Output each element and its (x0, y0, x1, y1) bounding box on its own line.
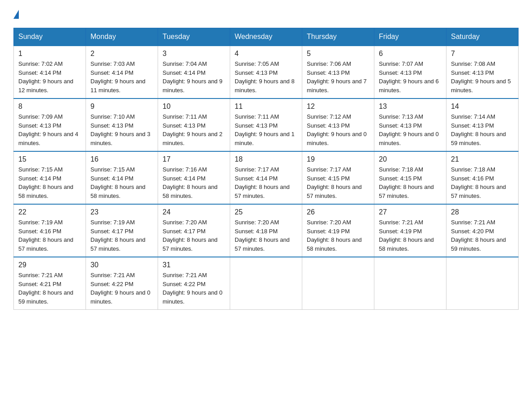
calendar-week-row: 1 Sunrise: 7:02 AMSunset: 4:14 PMDayligh… (14, 46, 519, 98)
calendar-cell: 10 Sunrise: 7:11 AMSunset: 4:13 PMDaylig… (158, 98, 230, 151)
calendar-week-row: 22 Sunrise: 7:19 AMSunset: 4:16 PMDaylig… (14, 204, 519, 257)
calendar-cell: 15 Sunrise: 7:15 AMSunset: 4:14 PMDaylig… (14, 151, 86, 204)
day-number: 16 (90, 155, 153, 163)
header-monday: Monday (86, 28, 158, 46)
calendar-week-row: 8 Sunrise: 7:09 AMSunset: 4:13 PMDayligh… (14, 98, 519, 151)
calendar-cell (230, 257, 302, 310)
day-info: Sunrise: 7:11 AMSunset: 4:13 PMDaylight:… (235, 113, 295, 146)
day-number: 29 (18, 261, 81, 269)
calendar-cell: 26 Sunrise: 7:20 AMSunset: 4:19 PMDaylig… (302, 204, 374, 257)
calendar-cell: 4 Sunrise: 7:05 AMSunset: 4:13 PMDayligh… (230, 46, 302, 98)
day-info: Sunrise: 7:19 AMSunset: 4:17 PMDaylight:… (90, 219, 146, 252)
logo (13, 9, 19, 19)
calendar-cell: 9 Sunrise: 7:10 AMSunset: 4:13 PMDayligh… (86, 98, 158, 151)
day-info: Sunrise: 7:13 AMSunset: 4:13 PMDaylight:… (379, 113, 439, 146)
day-info: Sunrise: 7:16 AMSunset: 4:14 PMDaylight:… (163, 166, 218, 199)
day-info: Sunrise: 7:14 AMSunset: 4:13 PMDaylight:… (451, 113, 506, 146)
header-sunday: Sunday (14, 28, 86, 46)
day-info: Sunrise: 7:19 AMSunset: 4:16 PMDaylight:… (18, 219, 73, 252)
day-number: 28 (451, 208, 514, 216)
calendar-cell (302, 257, 374, 310)
day-info: Sunrise: 7:20 AMSunset: 4:19 PMDaylight:… (307, 219, 362, 252)
calendar-header-row: SundayMondayTuesdayWednesdayThursdayFrid… (14, 28, 519, 46)
day-number: 21 (451, 155, 514, 163)
day-number: 14 (451, 103, 514, 111)
day-info: Sunrise: 7:06 AMSunset: 4:13 PMDaylight:… (307, 60, 367, 94)
calendar-cell: 5 Sunrise: 7:06 AMSunset: 4:13 PMDayligh… (302, 46, 374, 98)
calendar-cell: 14 Sunrise: 7:14 AMSunset: 4:13 PMDaylig… (446, 98, 519, 151)
calendar-cell: 12 Sunrise: 7:12 AMSunset: 4:13 PMDaylig… (302, 98, 374, 151)
day-number: 3 (163, 50, 225, 58)
day-number: 4 (235, 50, 297, 58)
calendar-cell: 18 Sunrise: 7:17 AMSunset: 4:14 PMDaylig… (230, 151, 302, 204)
calendar-cell: 1 Sunrise: 7:02 AMSunset: 4:14 PMDayligh… (14, 46, 86, 98)
day-number: 18 (235, 155, 297, 163)
calendar-cell: 20 Sunrise: 7:18 AMSunset: 4:15 PMDaylig… (374, 151, 446, 204)
calendar-cell: 17 Sunrise: 7:16 AMSunset: 4:14 PMDaylig… (158, 151, 230, 204)
day-number: 12 (307, 103, 369, 111)
calendar-week-row: 29 Sunrise: 7:21 AMSunset: 4:21 PMDaylig… (14, 257, 519, 310)
calendar-cell: 30 Sunrise: 7:21 AMSunset: 4:22 PMDaylig… (86, 257, 158, 310)
day-number: 20 (379, 155, 442, 163)
day-number: 27 (379, 208, 442, 216)
day-info: Sunrise: 7:18 AMSunset: 4:16 PMDaylight:… (451, 166, 506, 199)
day-number: 6 (379, 50, 442, 58)
day-info: Sunrise: 7:08 AMSunset: 4:13 PMDaylight:… (451, 60, 511, 94)
day-info: Sunrise: 7:04 AMSunset: 4:14 PMDaylight:… (163, 60, 223, 94)
day-number: 31 (163, 261, 225, 269)
day-number: 22 (18, 208, 81, 216)
day-info: Sunrise: 7:20 AMSunset: 4:18 PMDaylight:… (235, 219, 290, 252)
calendar-cell (374, 257, 446, 310)
day-info: Sunrise: 7:21 AMSunset: 4:21 PMDaylight:… (18, 272, 73, 305)
calendar-cell: 21 Sunrise: 7:18 AMSunset: 4:16 PMDaylig… (446, 151, 519, 204)
day-info: Sunrise: 7:12 AMSunset: 4:13 PMDaylight:… (307, 113, 367, 146)
day-number: 8 (18, 103, 81, 111)
day-info: Sunrise: 7:10 AMSunset: 4:13 PMDaylight:… (90, 113, 150, 146)
calendar-week-row: 15 Sunrise: 7:15 AMSunset: 4:14 PMDaylig… (14, 151, 519, 204)
calendar-cell: 24 Sunrise: 7:20 AMSunset: 4:17 PMDaylig… (158, 204, 230, 257)
calendar-cell: 19 Sunrise: 7:17 AMSunset: 4:15 PMDaylig… (302, 151, 374, 204)
header-tuesday: Tuesday (158, 28, 230, 46)
logo-triangle-icon (13, 10, 19, 19)
calendar-cell: 31 Sunrise: 7:21 AMSunset: 4:22 PMDaylig… (158, 257, 230, 310)
day-info: Sunrise: 7:21 AMSunset: 4:20 PMDaylight:… (451, 219, 506, 252)
header-friday: Friday (374, 28, 446, 46)
day-info: Sunrise: 7:07 AMSunset: 4:13 PMDaylight:… (379, 60, 439, 94)
day-number: 15 (18, 155, 81, 163)
header-saturday: Saturday (446, 28, 519, 46)
calendar-cell: 22 Sunrise: 7:19 AMSunset: 4:16 PMDaylig… (14, 204, 86, 257)
day-info: Sunrise: 7:17 AMSunset: 4:15 PMDaylight:… (307, 166, 362, 199)
day-info: Sunrise: 7:15 AMSunset: 4:14 PMDaylight:… (18, 166, 73, 199)
day-number: 23 (90, 208, 153, 216)
calendar-cell: 28 Sunrise: 7:21 AMSunset: 4:20 PMDaylig… (446, 204, 519, 257)
day-info: Sunrise: 7:09 AMSunset: 4:13 PMDaylight:… (18, 113, 78, 146)
calendar-cell: 6 Sunrise: 7:07 AMSunset: 4:13 PMDayligh… (374, 46, 446, 98)
day-number: 25 (235, 208, 297, 216)
day-number: 1 (18, 50, 81, 58)
day-number: 24 (163, 208, 225, 216)
day-info: Sunrise: 7:21 AMSunset: 4:19 PMDaylight:… (379, 219, 434, 252)
calendar-cell: 16 Sunrise: 7:15 AMSunset: 4:14 PMDaylig… (86, 151, 158, 204)
calendar-cell: 25 Sunrise: 7:20 AMSunset: 4:18 PMDaylig… (230, 204, 302, 257)
calendar-cell: 23 Sunrise: 7:19 AMSunset: 4:17 PMDaylig… (86, 204, 158, 257)
header-wednesday: Wednesday (230, 28, 302, 46)
day-info: Sunrise: 7:03 AMSunset: 4:14 PMDaylight:… (90, 60, 146, 94)
calendar-cell: 29 Sunrise: 7:21 AMSunset: 4:21 PMDaylig… (14, 257, 86, 310)
calendar-cell: 3 Sunrise: 7:04 AMSunset: 4:14 PMDayligh… (158, 46, 230, 98)
day-number: 13 (379, 103, 442, 111)
day-info: Sunrise: 7:11 AMSunset: 4:13 PMDaylight:… (163, 113, 223, 146)
calendar-cell (446, 257, 519, 310)
day-info: Sunrise: 7:20 AMSunset: 4:17 PMDaylight:… (163, 219, 218, 252)
calendar-cell: 8 Sunrise: 7:09 AMSunset: 4:13 PMDayligh… (14, 98, 86, 151)
day-info: Sunrise: 7:18 AMSunset: 4:15 PMDaylight:… (379, 166, 434, 199)
day-info: Sunrise: 7:02 AMSunset: 4:14 PMDaylight:… (18, 60, 73, 94)
day-info: Sunrise: 7:15 AMSunset: 4:14 PMDaylight:… (90, 166, 146, 199)
calendar-cell: 2 Sunrise: 7:03 AMSunset: 4:14 PMDayligh… (86, 46, 158, 98)
day-number: 2 (90, 50, 153, 58)
header-thursday: Thursday (302, 28, 374, 46)
day-number: 30 (90, 261, 153, 269)
calendar-cell: 13 Sunrise: 7:13 AMSunset: 4:13 PMDaylig… (374, 98, 446, 151)
calendar-cell: 7 Sunrise: 7:08 AMSunset: 4:13 PMDayligh… (446, 46, 519, 98)
calendar-table: SundayMondayTuesdayWednesdayThursdayFrid… (13, 28, 519, 310)
page-header (13, 9, 519, 19)
